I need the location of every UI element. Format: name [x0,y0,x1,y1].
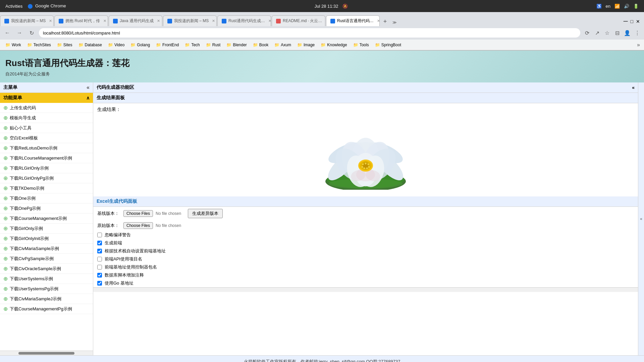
bookmark-rust[interactable]: 📁 Rust [203,42,223,48]
bookmark-image[interactable]: 📁 Image [294,42,317,48]
tab-1[interactable]: 我投递的新闻 – MS ✕ [0,15,54,26]
tab-close-2[interactable]: ✕ [103,19,106,23]
menu-item-blank-excel[interactable]: ⊕ 空白Excel模板 [0,133,93,143]
bookmark-tools[interactable]: 📁 Tools [351,42,372,48]
tab-3[interactable]: Java 通用代码生成 ✕ [109,15,162,26]
tab-5[interactable]: Rust通用代码生成… ✕ [217,15,271,26]
forward-button[interactable]: → [15,28,24,38]
tab-4[interactable]: 我投递的新闻 – MS ✕ [163,15,217,26]
content-collapse-icon[interactable]: « [632,85,635,90]
menu-item-upload[interactable]: ⊕ 上传生成代码 [0,103,93,113]
menu-item-usersys[interactable]: ⊕ 下载UserSystems示例 [0,274,93,284]
bookmark-frontend[interactable]: 📁 FrontEnd [153,42,181,48]
minimize-button[interactable]: ─ [622,16,629,26]
menu-item-girlonly[interactable]: ⊕ 下载GirlOnly示例 [0,224,93,234]
notification-icon[interactable]: 🔕 [342,4,348,9]
bookmark-tech[interactable]: 📁 Tech [182,42,202,48]
checkbox-go-base: 使用Go 基地址 [93,279,638,287]
tab-2[interactable]: 拥抱 Rust 时代，传 ✕ [54,15,108,26]
bookmark-golang[interactable]: 📁 Golang [128,42,153,48]
menu-item-coursemanage[interactable]: ⊕ 下载CourseManagement示例 [0,214,93,224]
menu-item-civmariaj[interactable]: ⊕ 下载CivMariaSampleJ示例 [0,294,93,304]
bookmark-sites[interactable]: 📁 Sites [54,42,75,48]
menu-item-tools[interactable]: ⊕ 贴心小工具 [0,123,93,133]
close-button[interactable]: ✕ [635,17,641,25]
menu-item-template[interactable]: ⊕ 模板向导生成 [0,113,93,123]
menu-item-usersyspg[interactable]: ⊕ 下载UserSystemsPg示例 [0,284,93,294]
lotus-flower-svg [312,123,419,190]
tab-close-5[interactable]: ✕ [268,19,271,23]
svg-point-25 [368,164,369,165]
menu-item-civmaria[interactable]: ⊕ 下载CivMariaSample示例 [0,244,93,254]
gen-diff-button[interactable]: 生成差异版本 [188,209,223,218]
menu-item-onepg[interactable]: ⊕ 下载OnePg示例 [0,203,93,214]
bookmark-database[interactable]: 📁 Database [76,42,105,48]
checkbox-gen-frontend: 生成前端 [93,239,638,247]
bookmark-video[interactable]: 📁 Video [105,42,127,48]
menu-icon[interactable]: ⋮ [633,29,641,37]
tab-close-3[interactable]: ✕ [157,19,160,23]
menu-item-rlgirl[interactable]: ⊕ 下载RLGirlOnly示例 [0,163,93,173]
checkbox-gen-frontend-input[interactable] [97,241,102,245]
menu-item-tkdemo[interactable]: ⊕ 下载TKDemo示例 [0,183,93,193]
maximize-button[interactable]: □ [629,17,635,25]
activities-label[interactable]: Activities [5,4,22,9]
checkbox-api-project: 前端API使用项目名 [93,255,638,263]
menu-item-one[interactable]: ⊕ 下载One示例 [0,193,93,203]
menu-item-coursemanagepg[interactable]: ⊕ 下载CourseManagementPg示例 [0,304,93,314]
tab-close-1[interactable]: ✕ [49,19,52,23]
right-sidebar-toggle[interactable]: « [638,82,644,355]
bookmarks-more-button[interactable]: » [636,41,641,49]
reload-button[interactable]: ↻ [27,28,36,38]
bookmark-techsites[interactable]: 📁 TechSites [24,42,54,48]
checkbox-api-project-input[interactable] [97,257,102,261]
menu-item-label: 下载One示例 [10,195,36,201]
tab-favicon-5 [222,19,226,23]
bookmark-blender[interactable]: 📁 Blender [224,42,249,48]
translate-icon[interactable]: ⟳ [583,29,591,37]
new-tab-button[interactable]: + [380,17,390,26]
bottom-scrollbar[interactable] [93,287,638,292]
checkbox-go-base-input[interactable] [97,281,102,286]
checkbox-auto-base-input[interactable] [97,249,102,253]
menu-item-girlonlyinit[interactable]: ⊕ 下载GirlOnlyInit示例 [0,234,93,244]
back-button[interactable]: ← [3,28,12,38]
lang-label[interactable]: en [606,4,610,9]
tab-close-4[interactable]: ✕ [212,19,215,23]
content-scroll[interactable]: 生成结果面板 生成结果： [93,93,638,355]
bookmark-knowledge[interactable]: 📁 Knowledge [318,42,350,48]
menu-item-civoracle[interactable]: ⊕ 下载CivOracleSample示例 [0,264,93,274]
accessibility-icon: ♿ [596,4,602,9]
svg-point-29 [362,166,363,168]
menu-item-label: 下载CourseManagementPg示例 [10,306,72,312]
checkbox-db-comment-input[interactable] [97,273,102,278]
sidebar-collapse-button[interactable]: « [87,84,90,90]
tab-6[interactable]: README.md · 火云… ✕ [272,15,325,26]
bookmark-springboot[interactable]: 📁 SpringBoot [372,42,404,48]
url-input[interactable] [39,28,580,38]
menu-item-rlcourse[interactable]: ⊕ 下载RLCourseManagement示例 [0,153,93,163]
tab-7[interactable]: Rust语言通用代码… ✕ [326,15,380,26]
menu-item-redlotus[interactable]: ⊕ 下载RedLotusDemo示例 [0,143,93,153]
tab-close-7[interactable]: ✕ [377,19,380,23]
menu-item-rlgirlpg[interactable]: ⊕ 下载RLGirlOnlyPg示例 [0,173,93,183]
share-icon[interactable]: ↗ [593,29,601,37]
checkbox-ignore-warnings-input[interactable] [97,233,102,237]
tab-more-button[interactable]: ≫ [390,19,399,26]
bookmark-database-label: Database [85,43,102,47]
tab-favicon-3 [113,19,118,23]
split-view-icon[interactable]: ⊟ [613,29,621,37]
menu-item-label: 模板向导生成 [10,115,36,121]
func-menu-collapse-icon[interactable]: ∧ [86,95,90,101]
original-choose-files-button[interactable]: Choose Files [123,222,153,229]
checkbox-base-controller-input[interactable] [97,265,102,269]
bookmark-work[interactable]: 📁 Work [3,42,24,48]
bookmark-axum[interactable]: 📁 Axum [272,42,294,48]
bookmark-star-icon[interactable]: ☆ [603,29,611,37]
browser-label: Google Chrome [28,3,66,9]
tab-label-4: 我投递的新闻 – MS [174,18,209,24]
baseline-choose-files-button[interactable]: Choose Files [123,210,153,217]
menu-item-civpg[interactable]: ⊕ 下载CivPgSample示例 [0,254,93,264]
profile-icon[interactable]: 👤 [623,29,631,37]
bookmark-book[interactable]: 📁 Book [250,42,271,48]
